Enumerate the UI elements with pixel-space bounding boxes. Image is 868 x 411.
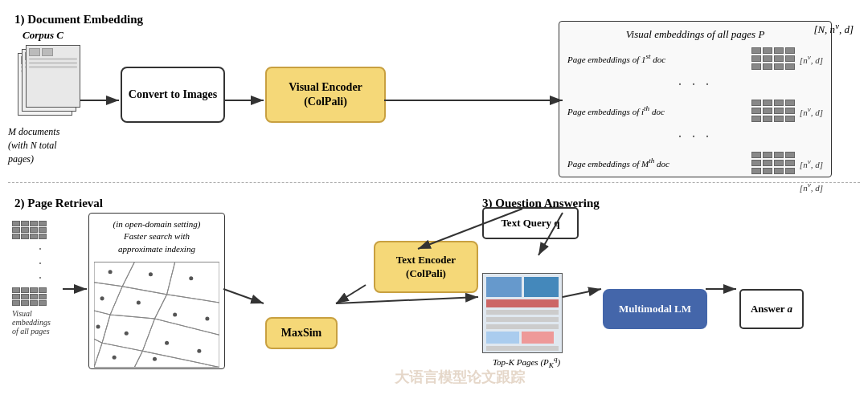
svg-point-18 — [173, 313, 177, 317]
visual-encoder-label: Visual Encoder(ColPali) — [289, 80, 362, 109]
embed-row-i: Page embeddings of ith doc [nv, d] — [567, 100, 823, 122]
text-query-box: Text Query q — [482, 207, 579, 239]
svg-point-25 — [153, 357, 157, 361]
embed-stack-dots: ··· — [12, 242, 68, 286]
svg-point-20 — [96, 325, 100, 329]
section1-title: 1) Document Embedding — [14, 13, 143, 26]
svg-point-21 — [125, 332, 129, 336]
svg-point-22 — [165, 341, 169, 345]
svg-point-13 — [108, 270, 113, 274]
embeddings-title: Visual embeddings of all pages P — [567, 28, 823, 41]
embed-grid-i — [751, 100, 795, 122]
embed-row-1: Page embeddings of 1st doc [nv, d] — [567, 47, 823, 70]
answer-label: Answer a — [751, 303, 792, 315]
embed-label-1: Page embeddings of 1st doc — [567, 53, 747, 65]
n-dimensions-label: [N, nv, d] — [813, 21, 854, 36]
embed-grid-1 — [751, 47, 795, 70]
page-preview — [482, 273, 563, 353]
text-query-label: Text Query q — [501, 217, 559, 230]
svg-point-24 — [113, 356, 117, 360]
embed-pages-label: Visual embeddingsof all pages — [12, 309, 68, 336]
embed-size-i: [nv, d] — [800, 105, 823, 117]
maxsim-label: MaxSim — [281, 327, 322, 340]
embed-dots-1: · · · — [567, 76, 823, 93]
doc-page-front — [26, 45, 80, 108]
text-encoder-box: Text Encoder(ColPali) — [374, 241, 478, 293]
convert-to-images-label: Convert to Images — [129, 87, 217, 102]
embed-dots-2: · · · — [567, 128, 823, 145]
text-encoder-label: Text Encoder(ColPali) — [396, 254, 456, 281]
multimodal-lm-label: Multimodal LM — [619, 303, 691, 316]
embeddings-panel: Visual embeddings of all pages P Page em… — [559, 21, 832, 177]
convert-to-images-box: Convert to Images — [121, 67, 225, 123]
embed-grid-m — [751, 152, 795, 174]
embed-size-m: [nv, d] — [800, 157, 823, 169]
embed-size-1: [nv, d] — [800, 53, 823, 65]
visual-encoder-box: Visual Encoder(ColPali) — [265, 67, 386, 123]
embed-label-m: Page embeddings of Mth doc — [567, 157, 747, 169]
svg-point-16 — [100, 297, 104, 301]
indexing-label: (in open-domain setting)Faster search wi… — [94, 218, 219, 255]
svg-point-17 — [137, 301, 141, 305]
maxsim-box: MaxSim — [265, 317, 338, 349]
diagram-container: 1) Document Embedding Corpus C M documen… — [0, 0, 868, 411]
section2-title: 2) Page Retrieval — [14, 197, 103, 210]
extra-size-labels: [nv, d] — [567, 181, 823, 193]
topk-pages-box: Top-K Pages (PKq) — [482, 273, 571, 361]
answer-box: Answer a — [739, 289, 804, 329]
bottom-section: 2) Page Retrieval 3) Question Answering … — [8, 193, 860, 407]
svg-point-19 — [205, 317, 209, 321]
multimodal-lm-box: Multimodal LM — [603, 289, 707, 329]
embed-stack-bottom: ··· Visual embeddingsof all pages — [12, 221, 68, 336]
corpus-label: Corpus C — [23, 29, 63, 42]
topk-label: Top-K Pages (PKq) — [482, 355, 571, 369]
m-docs-label: M documents(with N total pages) — [8, 125, 84, 165]
document-stack — [16, 45, 80, 117]
svg-point-15 — [189, 276, 193, 280]
embed-row-m: Page embeddings of Mth doc [nv, d] — [567, 152, 823, 174]
embed-block-2 — [12, 287, 68, 306]
svg-point-14 — [149, 272, 153, 276]
page-preview-inner — [483, 274, 562, 352]
embed-block-1 — [12, 221, 68, 239]
svg-point-23 — [197, 349, 201, 353]
voronoi-diagram — [94, 258, 219, 371]
indexing-box: (in open-domain setting)Faster search wi… — [88, 213, 225, 369]
embed-label-i: Page embeddings of ith doc — [567, 105, 747, 117]
top-section: 1) Document Embedding Corpus C M documen… — [8, 6, 860, 183]
